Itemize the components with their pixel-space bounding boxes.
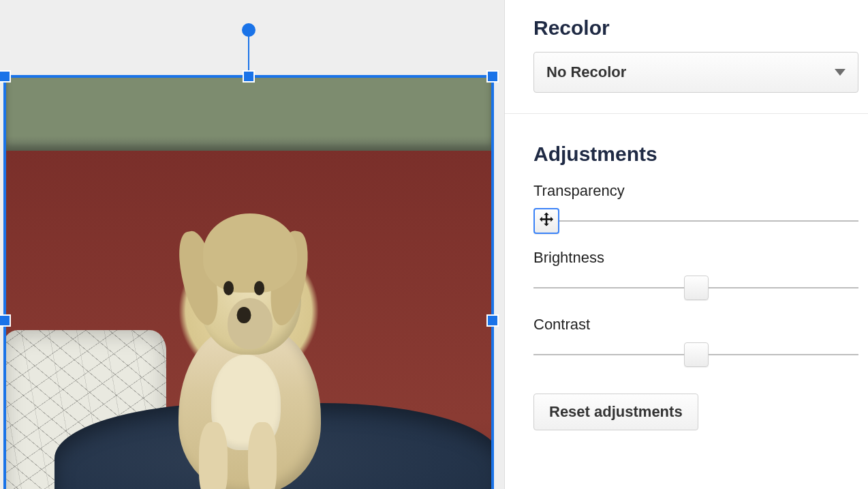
transparency-label: Transparency bbox=[533, 182, 858, 200]
brightness-slider[interactable] bbox=[533, 276, 858, 299]
resize-handle-top-left[interactable] bbox=[0, 70, 11, 83]
recolor-select[interactable]: No Recolor bbox=[533, 52, 858, 93]
transparency-slider[interactable] bbox=[533, 209, 858, 233]
resize-handle-left[interactable] bbox=[0, 314, 11, 327]
app-root: Recolor No Recolor Adjustments Transpare… bbox=[0, 0, 868, 489]
section-divider bbox=[505, 113, 868, 114]
brightness-label: Brightness bbox=[533, 249, 858, 267]
resize-handle-top-right[interactable] bbox=[486, 70, 499, 83]
recolor-select-value: No Recolor bbox=[546, 63, 626, 81]
canvas[interactable] bbox=[0, 0, 504, 489]
move-cursor-icon bbox=[536, 211, 557, 231]
image-content bbox=[6, 78, 491, 489]
resize-handle-top[interactable] bbox=[243, 70, 255, 83]
reset-adjustments-button[interactable]: Reset adjustments bbox=[533, 394, 698, 430]
rotation-handle[interactable] bbox=[242, 23, 255, 37]
contrast-label: Contrast bbox=[533, 316, 858, 334]
resize-handle-right[interactable] bbox=[486, 314, 499, 327]
recolor-section-title: Recolor bbox=[533, 16, 858, 40]
contrast-slider[interactable] bbox=[533, 343, 858, 366]
chevron-down-icon bbox=[835, 69, 846, 76]
transparency-thumb[interactable] bbox=[533, 208, 559, 234]
selected-image[interactable] bbox=[3, 75, 494, 489]
brightness-thumb[interactable] bbox=[684, 276, 709, 300]
contrast-thumb[interactable] bbox=[684, 342, 709, 367]
format-sidebar: Recolor No Recolor Adjustments Transpare… bbox=[504, 0, 868, 489]
transparency-track bbox=[533, 220, 858, 222]
adjustments-section-title: Adjustments bbox=[533, 143, 858, 166]
